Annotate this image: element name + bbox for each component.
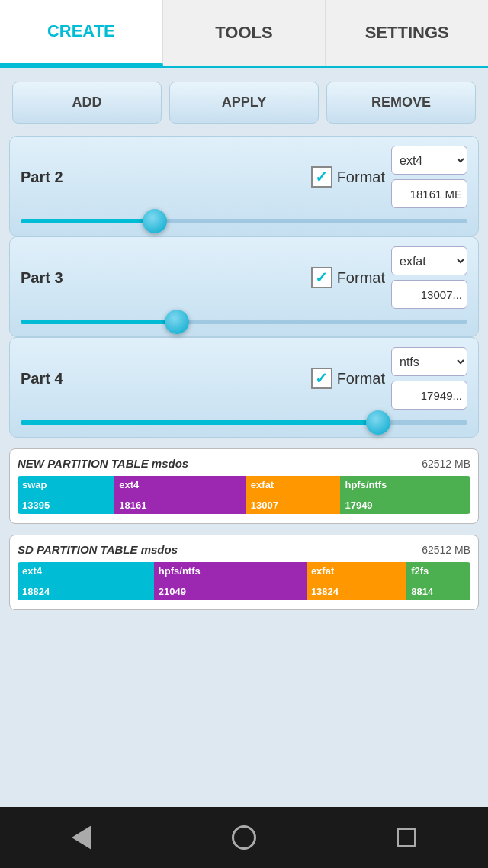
slider-thumb-1[interactable]	[165, 310, 189, 334]
partition-name-1: Part 3	[21, 269, 311, 287]
checkmark-1: ✓	[315, 268, 328, 287]
slider-thumb-2[interactable]	[366, 410, 390, 435]
slider-fill-1	[21, 320, 177, 324]
tab-create[interactable]: CREATE	[0, 0, 163, 66]
bar-value: 17949	[345, 500, 372, 511]
apply-button[interactable]: APPLY	[169, 82, 319, 124]
new-partition-bar: swap 13395 ext4 18161 exfat 13007 hpfs/n…	[18, 476, 470, 514]
bar-cell-new-bar-2: exfat 13007	[246, 476, 341, 514]
slider-track-2	[21, 420, 467, 425]
filesystem-select-1[interactable]: exfat	[391, 246, 467, 275]
partition-top-1: Part 3 ✓ Format exfat	[21, 246, 467, 309]
bar-value: 18161	[119, 500, 146, 511]
bottom-nav	[0, 807, 488, 868]
size-input-2[interactable]	[391, 381, 467, 410]
remove-button[interactable]: REMOVE	[326, 82, 476, 124]
bar-label: ext4	[119, 479, 139, 490]
bar-label: exfat	[311, 565, 334, 577]
bar-label: hpfs/ntfs	[345, 479, 387, 490]
format-label-1: Format	[337, 269, 385, 287]
partition-card-2: Part 2 ✓ Format ext4	[9, 136, 479, 236]
back-button[interactable]	[63, 818, 101, 857]
partition-name-2: Part 4	[21, 370, 311, 387]
right-controls-0: ext4	[391, 146, 467, 208]
slider-fill-2	[21, 420, 378, 425]
filesystem-select-0[interactable]: ext4	[391, 146, 467, 175]
recents-icon	[396, 828, 416, 847]
format-row-1: ✓ Format	[311, 267, 391, 288]
tab-settings[interactable]: SETTINGS	[326, 0, 488, 66]
bar-value: 13007	[251, 500, 278, 511]
home-icon	[232, 825, 256, 850]
sd-partition-table: SD PARTITION TABLE msdos 62512 MB ext4 1…	[9, 535, 479, 610]
slider-thumb-0[interactable]	[143, 209, 167, 233]
right-controls-2: ntfs	[391, 347, 467, 410]
partition-card-4: Part 4 ✓ Format ntfs	[9, 337, 479, 438]
format-label-0: Format	[337, 169, 385, 186]
slider-fill-0	[21, 219, 155, 223]
slider-row-0	[21, 214, 467, 227]
bar-label: hpfs/ntfs	[159, 565, 201, 577]
partition-top-2: Part 4 ✓ Format ntfs	[21, 347, 467, 410]
bar-cell-new-bar-1: ext4 18161	[114, 476, 246, 514]
bar-value: 18824	[22, 586, 50, 597]
bar-cell-new-bar-3: hpfs/ntfs 17949	[340, 476, 470, 514]
recents-button[interactable]	[387, 818, 425, 857]
size-input-1[interactable]	[391, 280, 467, 309]
slider-row-1	[21, 315, 467, 327]
sd-table-title: SD PARTITION TABLE msdos	[18, 543, 178, 556]
checkmark-2: ✓	[315, 369, 328, 387]
filesystem-select-2[interactable]: ntfs	[391, 347, 467, 376]
format-checkbox-1[interactable]: ✓	[311, 267, 332, 288]
bar-cell-sd-bar-2: exfat 13824	[307, 562, 406, 600]
sd-table-size: 62512 MB	[422, 544, 470, 556]
partition-card-3: Part 3 ✓ Format exfat	[9, 236, 479, 337]
bar-cell-new-bar-0: swap 13395	[18, 476, 114, 514]
slider-track-0	[21, 219, 467, 223]
right-controls-1: exfat	[391, 246, 467, 309]
partition-name-0: Part 2	[21, 169, 311, 186]
back-icon	[72, 825, 92, 850]
sd-partition-bar: ext4 18824 hpfs/ntfs 21049 exfat 13824 f…	[18, 562, 470, 600]
bar-value: 13395	[22, 500, 50, 511]
slider-row-2	[21, 416, 467, 428]
format-checkbox-2[interactable]: ✓	[311, 368, 332, 389]
bar-value: 13824	[311, 586, 339, 597]
bar-label: f2fs	[411, 565, 429, 577]
format-checkbox-0[interactable]: ✓	[311, 166, 332, 188]
checkmark-0: ✓	[315, 168, 328, 186]
add-button[interactable]: ADD	[12, 82, 162, 124]
format-row-0: ✓ Format	[311, 166, 391, 188]
new-table-title: NEW PARTITION TABLE msdos	[18, 457, 188, 470]
bar-value: 8814	[411, 586, 433, 597]
bar-cell-sd-bar-3: f2fs 8814	[406, 562, 470, 600]
bar-value: 21049	[159, 586, 186, 597]
bar-cell-sd-bar-1: hpfs/ntfs 21049	[154, 562, 307, 600]
new-table-size: 62512 MB	[422, 458, 470, 470]
bar-label: swap	[22, 479, 47, 490]
action-row: ADD APPLY REMOVE	[9, 77, 479, 128]
slider-track-1	[21, 320, 467, 324]
home-button[interactable]	[225, 818, 263, 857]
new-partition-table: NEW PARTITION TABLE msdos 62512 MB swap …	[9, 448, 479, 524]
main-content: ADD APPLY REMOVE Part 2 ✓ Format ext4	[0, 68, 488, 807]
format-label-2: Format	[337, 370, 385, 387]
format-row-2: ✓ Format	[311, 368, 391, 389]
size-input-0[interactable]	[391, 179, 467, 208]
tab-tools[interactable]: TOOLS	[163, 0, 326, 66]
bar-label: ext4	[22, 565, 42, 577]
bar-label: exfat	[251, 479, 274, 490]
tab-bar: CREATE TOOLS SETTINGS	[0, 0, 488, 68]
partition-top-0: Part 2 ✓ Format ext4	[21, 146, 467, 208]
bar-cell-sd-bar-0: ext4 18824	[18, 562, 154, 600]
